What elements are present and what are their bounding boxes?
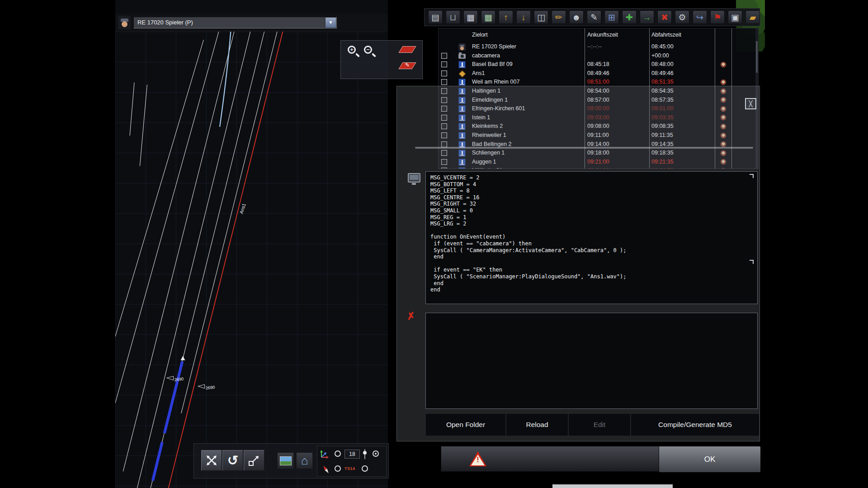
save-button[interactable]: ▤ bbox=[428, 10, 443, 24]
axes-gizmo-icon[interactable] bbox=[320, 449, 330, 459]
timetable-row[interactable]: Ans108:49:4608:49:46 bbox=[439, 69, 756, 78]
timetable-row[interactable]: RE 17020 Spieler--:--:--08:45:00 bbox=[439, 42, 756, 52]
link-icon: ↪ bbox=[696, 13, 703, 22]
arrival-time: 08:45:18 bbox=[587, 61, 609, 67]
grid-large-button[interactable]: ▦ bbox=[481, 10, 495, 24]
script-line: if (event == "cabcamera") then bbox=[430, 240, 757, 247]
destination-checkbox[interactable] bbox=[441, 61, 447, 67]
grid-small-button[interactable]: ▦ bbox=[463, 10, 478, 24]
flag-button[interactable]: ⚑ bbox=[710, 10, 725, 24]
compile-generate-md5-button[interactable]: Compile/Generate MD5 bbox=[631, 414, 759, 436]
destination-checkbox[interactable] bbox=[441, 70, 447, 76]
option-radio-selected[interactable] bbox=[373, 450, 379, 457]
gradient-edit-button[interactable]: ✎ bbox=[398, 62, 416, 69]
milepost-pennant bbox=[198, 385, 205, 389]
platform-icon bbox=[458, 61, 466, 68]
add-icon: ✚ bbox=[626, 13, 633, 22]
reload-button[interactable]: Reload bbox=[506, 414, 568, 436]
add-button[interactable]: ✚ bbox=[622, 10, 637, 24]
arrival-time: --:--:-- bbox=[587, 43, 602, 50]
settings-button[interactable]: ⚙ bbox=[675, 10, 689, 24]
people-button[interactable]: ☻ bbox=[569, 10, 584, 24]
home-icon: ⌂ bbox=[301, 454, 308, 468]
destination-name: cabcamera bbox=[472, 52, 500, 59]
train-button[interactable]: ▣ bbox=[728, 10, 742, 24]
milepost-label: 2690 bbox=[205, 385, 215, 390]
tiles-button[interactable]: ⊞ bbox=[604, 10, 619, 24]
copy-icon: ◫ bbox=[537, 13, 545, 22]
zoom-out-button[interactable]: − bbox=[363, 45, 378, 60]
settings-icon: ⚙ bbox=[678, 13, 686, 22]
script-editor[interactable]: MSG_VCENTRE = 2MSG_BOTTOM = 4MSG_LEFT = … bbox=[425, 171, 758, 304]
script-line: SysCall ( "ScenarioManager:PlayDialogueS… bbox=[430, 273, 757, 280]
lower-terrain-button[interactable]: ↓ bbox=[516, 10, 531, 24]
map-panel: RE 17020 Spieler (P) ▼ 2690 26 bbox=[115, 14, 388, 488]
destination-checkbox[interactable] bbox=[441, 53, 447, 59]
selected-track-segment[interactable] bbox=[153, 442, 162, 481]
copy-button[interactable]: ◫ bbox=[534, 10, 548, 24]
arrival-time: 08:49:46 bbox=[587, 70, 609, 76]
remove-button[interactable]: ✖ bbox=[657, 10, 672, 24]
option-radio[interactable] bbox=[335, 465, 341, 472]
dialog-divider bbox=[415, 147, 753, 149]
track-map[interactable]: 2690 2690 Ans1 bbox=[115, 32, 388, 488]
option-radio[interactable] bbox=[362, 465, 368, 472]
scene-strip bbox=[115, 0, 388, 14]
scrollbar-thumb[interactable] bbox=[756, 41, 758, 73]
destination-name: RE 17020 Spieler bbox=[472, 43, 516, 50]
train-icon: ▣ bbox=[731, 13, 739, 22]
zoom-in-button[interactable]: + bbox=[346, 45, 362, 60]
marker-label-ans1: Ans1 bbox=[239, 203, 247, 215]
link-button[interactable]: ↪ bbox=[693, 10, 707, 24]
raise-terrain-button[interactable]: ↑ bbox=[499, 10, 513, 24]
script-line: MSG_RIGHT = 32 bbox=[430, 201, 757, 207]
driver-icon bbox=[458, 43, 466, 51]
selected-track-segment[interactable] bbox=[165, 361, 183, 433]
plus-glyph: + bbox=[348, 46, 356, 53]
open-folder-button[interactable]: Open Folder bbox=[426, 414, 505, 436]
rotate-tool-button[interactable]: ↺ bbox=[222, 450, 243, 471]
script-line: end bbox=[430, 280, 757, 287]
move-tool-button[interactable] bbox=[201, 450, 222, 471]
close-icon[interactable]: ╳ bbox=[745, 98, 756, 109]
scale-tool-button[interactable] bbox=[244, 450, 264, 471]
departure-time: 08:48:00 bbox=[651, 61, 674, 67]
script-line bbox=[430, 260, 757, 267]
chevron-down-icon[interactable]: ▼ bbox=[325, 18, 336, 28]
map-options-group: 18 TS14 bbox=[317, 446, 387, 477]
gradient-display-button[interactable] bbox=[398, 46, 416, 53]
destination-checkbox[interactable] bbox=[441, 79, 447, 85]
world-view-button[interactable] bbox=[277, 452, 294, 469]
compass-icon[interactable] bbox=[321, 465, 330, 474]
timetable-row[interactable]: cabcamera+00:00 bbox=[439, 52, 756, 61]
script-line: MSG_LRG = 2 bbox=[430, 221, 757, 227]
edit-list-button[interactable]: ✎ bbox=[587, 10, 601, 24]
option-radio[interactable] bbox=[335, 450, 341, 457]
script-line: SysCall ( "CameraManager:ActivateCamera"… bbox=[430, 247, 757, 254]
background-window-sliver bbox=[552, 484, 673, 488]
camera-icon bbox=[458, 54, 466, 59]
insert-button[interactable]: → bbox=[640, 10, 654, 24]
compiler-output[interactable] bbox=[425, 313, 758, 409]
version-tag: TS14 bbox=[344, 466, 355, 471]
paint-button[interactable]: ✏ bbox=[552, 10, 566, 24]
destination-name: Weil am Rhein 007 bbox=[472, 79, 519, 85]
edit-list-icon: ✎ bbox=[590, 13, 598, 22]
consist-selector[interactable]: RE 17020 Spieler (P) ▼ bbox=[133, 17, 337, 28]
ok-button-label: OK bbox=[704, 455, 716, 464]
timetable-row[interactable]: Basel Bad Bf 0908:45:1808:48:00 bbox=[439, 60, 756, 69]
freight-button[interactable]: ▰ bbox=[745, 10, 760, 24]
marker-icon bbox=[458, 70, 466, 77]
snap-value-field[interactable]: 18 bbox=[344, 450, 360, 459]
delete-button[interactable]: ⊔ bbox=[446, 10, 460, 24]
insert-icon: → bbox=[643, 13, 651, 22]
home-button[interactable]: ⌂ bbox=[296, 452, 313, 469]
remove-icon: ✖ bbox=[661, 13, 668, 22]
driver-icon bbox=[118, 16, 131, 29]
ok-button[interactable]: OK bbox=[659, 446, 760, 472]
consist-marker bbox=[181, 356, 185, 360]
mini-slider[interactable] bbox=[364, 449, 365, 459]
resize-mark bbox=[750, 174, 754, 178]
grid-small-icon: ▦ bbox=[467, 13, 475, 22]
route-line-red bbox=[168, 32, 283, 488]
